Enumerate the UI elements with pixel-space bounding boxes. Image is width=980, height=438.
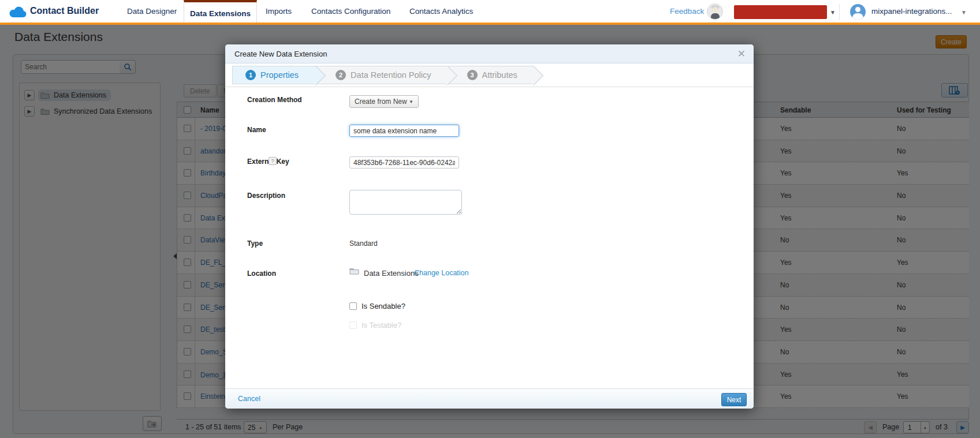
account-name[interactable]: mixpanel-integrations... xyxy=(871,7,952,16)
location-label: Location xyxy=(247,269,276,278)
change-location-link[interactable]: Change Location xyxy=(414,269,469,277)
screen: Contact Builder Data Designer Data Exten… xyxy=(0,0,980,438)
nav-divider xyxy=(839,4,840,20)
step-properties[interactable]: 1 Properties xyxy=(232,66,316,84)
name-label: Name xyxy=(247,126,266,134)
tab-data-extensions[interactable]: Data Extensions xyxy=(184,0,257,25)
type-value: Standard xyxy=(349,239,378,248)
tab-contacts-analytics[interactable]: Contacts Analytics xyxy=(409,7,473,16)
wizard-steps: 1 Properties 2 Data Retention Policy 3 A… xyxy=(225,63,754,87)
close-icon[interactable]: ✕ xyxy=(737,48,746,60)
is-testable-row: Is Testable? xyxy=(349,321,401,330)
is-sendable-label: Is Sendable? xyxy=(362,302,405,310)
folder-icon xyxy=(349,267,359,275)
cancel-link[interactable]: Cancel xyxy=(238,395,260,403)
user-avatar[interactable] xyxy=(850,4,866,20)
step-number: 1 xyxy=(245,70,256,80)
einstein-head xyxy=(712,7,718,13)
feedback-link[interactable]: Feedback xyxy=(670,7,704,16)
app-title: Contact Builder xyxy=(30,6,99,16)
chevron-down-icon[interactable]: ▼ xyxy=(830,9,836,16)
redacted-business-unit-selector[interactable] xyxy=(734,5,827,19)
is-sendable-checkbox[interactable] xyxy=(349,302,357,310)
help-icon[interactable]: ? xyxy=(269,157,277,165)
modal-header: Create New Data Extension ✕ xyxy=(225,44,754,63)
is-sendable-row: Is Sendable? xyxy=(349,302,405,310)
cloud-logo-icon xyxy=(9,5,28,18)
next-button[interactable]: Next xyxy=(721,393,747,406)
top-navbar: Contact Builder Data Designer Data Exten… xyxy=(0,0,980,23)
is-testable-checkbox xyxy=(349,321,357,329)
step-number: 3 xyxy=(467,70,478,80)
user-avatar-head xyxy=(855,7,860,12)
creation-method-label: Creation Method xyxy=(247,96,302,104)
description-label: Description xyxy=(247,192,285,200)
step-attributes[interactable]: 3 Attributes xyxy=(448,66,534,84)
location-value: Data Extensions xyxy=(364,269,419,278)
name-input[interactable] xyxy=(349,125,459,137)
modal-footer: Cancel Next xyxy=(225,388,754,409)
tab-imports[interactable]: Imports xyxy=(266,7,292,16)
create-data-extension-modal: Create New Data Extension ✕ 1 Properties… xyxy=(225,44,754,409)
tab-contacts-configuration[interactable]: Contacts Configuration xyxy=(311,7,390,16)
external-key-input[interactable] xyxy=(349,156,459,169)
step-number: 2 xyxy=(336,70,346,80)
step-data-retention-policy[interactable]: 2 Data Retention Policy xyxy=(316,66,447,84)
step-arrow xyxy=(524,66,543,85)
user-avatar-body xyxy=(852,13,863,20)
is-testable-label: Is Testable? xyxy=(362,321,401,330)
creation-method-dropdown[interactable]: Create from New ▼ xyxy=(349,95,419,108)
account-chevron-down-icon[interactable]: ▼ xyxy=(961,9,967,16)
tab-data-designer[interactable]: Data Designer xyxy=(127,7,177,16)
chevron-down-icon: ▼ xyxy=(409,99,413,104)
type-label: Type xyxy=(247,239,263,248)
einstein-body xyxy=(711,13,720,20)
einstein-avatar[interactable] xyxy=(707,3,723,20)
modal-title: Create New Data Extension xyxy=(234,50,327,58)
description-textarea[interactable] xyxy=(349,190,462,215)
